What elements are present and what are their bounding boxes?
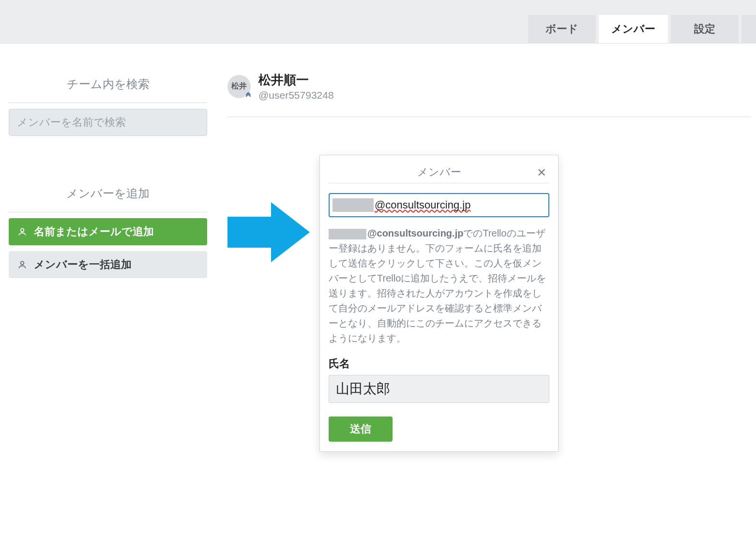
add-member-popover: メンバー ✕ @consultsourcing.jp @consultsourc… [319,155,559,452]
topbar: ボード メンバー 設定 [0,0,756,44]
member-handle: @user55793248 [258,89,334,101]
popover-body-text: @consultsourcing.jpでのTrelloのユーザー登録はありません… [329,226,549,346]
tab-overflow[interactable] [741,15,756,43]
avatar[interactable]: 松井 [227,75,251,98]
person-icon [17,260,27,269]
member-info: 松井順一 @user55793248 [258,72,334,101]
divider [9,103,207,103]
popover-header: メンバー ✕ [329,161,549,183]
close-icon[interactable]: ✕ [534,165,549,180]
tab-list: ボード メンバー 設定 [525,15,756,43]
tab-boards[interactable]: ボード [528,15,596,43]
button-label: 名前またはメールで追加 [34,224,154,239]
email-input[interactable]: @consultsourcing.jp [329,193,549,217]
svg-marker-2 [227,202,310,262]
redacted-segment [333,198,374,212]
person-add-icon [17,227,27,237]
divider [9,212,207,212]
admin-badge-icon [245,91,252,99]
submit-button[interactable]: 送信 [329,416,393,442]
button-label: メンバーを一括追加 [34,257,132,272]
bulk-add-button[interactable]: メンバーを一括追加 [9,251,207,278]
redacted-segment [329,229,366,239]
search-section-title: チーム内を検索 [9,68,207,103]
sidebar: チーム内を検索 メンバーを追加 名前またはメールで追加 メンバーを一括追加 [9,68,207,284]
name-input[interactable] [329,375,549,403]
name-field-label: 氏名 [329,357,549,371]
tab-settings[interactable]: 設定 [671,15,739,43]
add-section-title: メンバーを追加 [9,177,207,212]
member-search-input[interactable] [9,109,207,136]
member-name: 松井順一 [258,72,334,89]
arrow-annotation-icon [227,198,310,266]
avatar-initials: 松井 [231,81,247,91]
tab-members[interactable]: メンバー [599,15,668,43]
svg-point-0 [21,228,24,232]
email-domain-text: @consultsourcing.jp [375,199,470,211]
add-by-name-button[interactable]: 名前またはメールで追加 [9,218,207,245]
popover-title: メンバー [417,165,461,179]
svg-point-1 [21,261,24,265]
member-row: 松井 松井順一 @user55793248 [227,68,751,117]
